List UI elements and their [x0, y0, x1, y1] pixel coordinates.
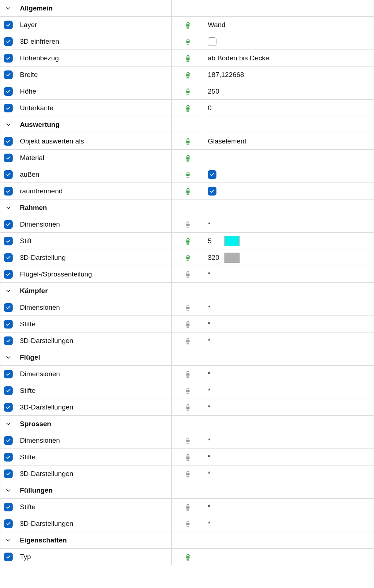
lock-toggle[interactable] — [172, 133, 204, 150]
property-value[interactable]: * — [204, 332, 374, 349]
expand-toggle[interactable] — [0, 116, 16, 133]
row-enable-checkbox[interactable] — [0, 17, 16, 33]
lock-toggle[interactable] — [172, 499, 204, 515]
lock-toggle[interactable] — [172, 399, 204, 416]
checkbox-checked[interactable] — [208, 187, 216, 196]
property-value[interactable]: ab Boden bis Decke — [204, 50, 374, 66]
lock-toggle[interactable] — [172, 183, 204, 199]
lock-toggle[interactable] — [172, 316, 204, 332]
lock-toggle[interactable] — [172, 432, 204, 449]
svg-rect-33 — [186, 240, 189, 243]
property-label: Stifte — [16, 449, 172, 465]
row-enable-checkbox[interactable] — [0, 366, 16, 382]
lock-toggle[interactable] — [172, 549, 204, 565]
row-enable-checkbox[interactable] — [0, 449, 16, 465]
row-enable-checkbox[interactable] — [0, 465, 16, 482]
row-enable-checkbox[interactable] — [0, 166, 16, 183]
row-enable-checkbox[interactable] — [0, 515, 16, 532]
property-value[interactable]: * — [204, 299, 374, 316]
property-value[interactable]: * — [204, 366, 374, 382]
row-enable-checkbox[interactable] — [0, 83, 16, 100]
svg-rect-53 — [186, 377, 189, 377]
row-enable-checkbox[interactable] — [0, 133, 16, 150]
expand-toggle[interactable] — [0, 283, 16, 299]
row-enable-checkbox[interactable] — [0, 33, 16, 50]
svg-rect-59 — [186, 410, 189, 411]
lock-toggle[interactable] — [172, 366, 204, 382]
lock-toggle[interactable] — [172, 249, 204, 266]
property-value[interactable]: * — [204, 216, 374, 233]
color-swatch[interactable] — [224, 253, 240, 263]
row-enable-checkbox[interactable] — [0, 183, 16, 199]
lock-toggle[interactable] — [172, 266, 204, 283]
color-swatch[interactable] — [224, 236, 240, 246]
lock-toggle[interactable] — [172, 33, 204, 50]
property-value[interactable]: * — [204, 515, 374, 532]
property-value[interactable] — [204, 183, 374, 199]
lock-toggle[interactable] — [172, 100, 204, 116]
property-value[interactable]: 250 — [204, 83, 374, 100]
row-enable-checkbox[interactable] — [0, 66, 16, 83]
property-value[interactable]: 320 — [204, 249, 374, 266]
lock-toggle[interactable] — [172, 299, 204, 316]
lock-toggle[interactable] — [172, 66, 204, 83]
row-enable-checkbox[interactable] — [0, 50, 16, 66]
property-value[interactable]: * — [204, 399, 374, 416]
row-enable-checkbox[interactable] — [0, 233, 16, 249]
property-value[interactable]: * — [204, 382, 374, 399]
expand-toggle[interactable] — [0, 482, 16, 499]
chevron-down-icon — [4, 204, 12, 212]
property-value[interactable]: * — [204, 432, 374, 449]
property-value[interactable]: * — [204, 499, 374, 515]
svg-rect-67 — [186, 476, 189, 476]
row-enable-checkbox[interactable] — [0, 299, 16, 316]
expand-toggle[interactable] — [0, 416, 16, 432]
row-enable-checkbox[interactable] — [0, 432, 16, 449]
row-enable-checkbox[interactable] — [0, 216, 16, 233]
property-value[interactable]: * — [204, 266, 374, 283]
lock-toggle[interactable] — [172, 515, 204, 532]
row-enable-checkbox[interactable] — [0, 266, 16, 283]
property-value[interactable]: 0 — [204, 100, 374, 116]
check-icon — [4, 220, 13, 229]
row-enable-checkbox[interactable] — [0, 316, 16, 332]
lock-toggle[interactable] — [172, 50, 204, 66]
property-value[interactable] — [204, 549, 374, 565]
lock-toggle[interactable] — [172, 83, 204, 100]
lock-toggle[interactable] — [172, 150, 204, 166]
lock-toggle[interactable] — [172, 233, 204, 249]
property-value[interactable]: * — [204, 449, 374, 465]
property-value[interactable] — [204, 166, 374, 183]
row-enable-checkbox[interactable] — [0, 150, 16, 166]
row-enable-checkbox[interactable] — [0, 249, 16, 266]
property-value[interactable]: 5 — [204, 233, 374, 249]
expand-toggle[interactable] — [0, 199, 16, 216]
lock-toggle[interactable] — [172, 216, 204, 233]
expand-toggle[interactable] — [0, 532, 16, 549]
lock-toggle[interactable] — [172, 465, 204, 482]
checkbox-checked[interactable] — [208, 170, 216, 179]
property-value[interactable]: Glaselement — [204, 133, 374, 150]
property-value[interactable]: 187,122668 — [204, 66, 374, 83]
row-enable-checkbox[interactable] — [0, 100, 16, 116]
row-enable-checkbox[interactable] — [0, 499, 16, 515]
expand-toggle[interactable] — [0, 0, 16, 17]
property-value[interactable]: Wand — [204, 17, 374, 33]
row-enable-checkbox[interactable] — [0, 399, 16, 416]
property-label: raumtrennend — [16, 183, 172, 199]
lock-toggle[interactable] — [172, 449, 204, 465]
lock-toggle[interactable] — [172, 332, 204, 349]
row-enable-checkbox[interactable] — [0, 549, 16, 565]
property-value[interactable]: * — [204, 465, 374, 482]
property-value[interactable] — [204, 150, 374, 166]
row-enable-checkbox[interactable] — [0, 382, 16, 399]
checkbox-unchecked[interactable] — [208, 37, 216, 46]
row-enable-checkbox[interactable] — [0, 332, 16, 349]
expand-toggle[interactable] — [0, 349, 16, 366]
lock-toggle[interactable] — [172, 17, 204, 33]
property-value[interactable]: * — [204, 316, 374, 332]
lock-toggle[interactable] — [172, 382, 204, 399]
lock-toggle[interactable] — [172, 166, 204, 183]
property-value[interactable] — [204, 33, 374, 50]
svg-rect-7 — [186, 60, 189, 61]
